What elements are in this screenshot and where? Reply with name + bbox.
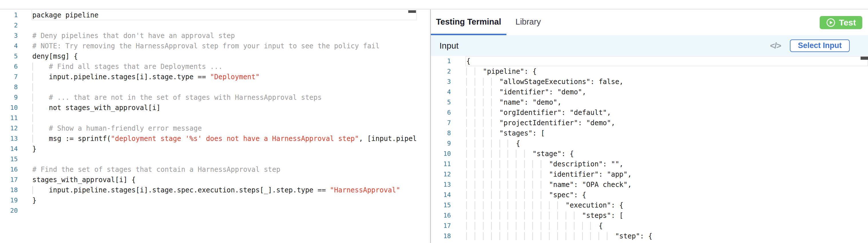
code-line[interactable]: 12 # Show a human-friendly error message <box>0 123 417 134</box>
line-number: 1 <box>431 56 451 66</box>
line-number: 14 <box>0 144 18 154</box>
token-code: "steps": [ <box>582 212 624 219</box>
code-line[interactable]: 6 "orgIdentifier": "default", <box>431 107 868 118</box>
token-string: "deployment stage '%s' does not have a H… <box>111 135 359 143</box>
line-number: 14 <box>431 190 451 200</box>
code-line[interactable]: 5 "name": "demo", <box>431 97 868 107</box>
code-line[interactable]: 5deny[msg] { <box>0 51 417 62</box>
token-code: input.pipeline.stages[i].stage.spec.exec… <box>49 186 330 194</box>
code-line[interactable]: 17stages_with_approval[i] { <box>0 175 417 185</box>
code-line[interactable]: 11 <box>0 113 417 123</box>
line-number: 11 <box>0 113 18 123</box>
code-text: "execution": { <box>451 200 868 210</box>
indent-guides <box>466 98 499 106</box>
code-text: "steps": [ <box>451 210 868 221</box>
indent-guides <box>466 201 566 209</box>
code-line[interactable]: 6 # Find all stages that are Deployments… <box>0 62 417 72</box>
overview-cursor-marker <box>861 57 868 60</box>
code-line[interactable]: 10 "stage": { <box>431 149 868 159</box>
code-text: "stage": { <box>451 149 868 159</box>
code-text: # Deny pipelines that don't have an appr… <box>18 31 417 41</box>
indent-guides <box>32 186 49 194</box>
token-comment: # Show a human-friendly error message <box>49 124 202 132</box>
code-line[interactable]: 9 # ... that are not in the set of stage… <box>0 92 417 103</box>
token-code: input.pipeline.stages[i].stage.type == <box>49 73 210 81</box>
input-json-editor[interactable]: 1{2 "pipeline": {3 "allowStageExecutions… <box>431 56 868 243</box>
line-number: 18 <box>0 185 18 195</box>
line-number: 11 <box>431 159 451 169</box>
line-number: 18 <box>431 231 451 241</box>
code-line[interactable]: 15 "execution": { <box>431 200 868 210</box>
line-number: 7 <box>0 72 18 82</box>
indent-guides <box>466 67 483 75</box>
code-line[interactable]: 12 "identifier": "app", <box>431 169 868 179</box>
indent-guides <box>466 232 615 240</box>
code-line[interactable]: 19} <box>0 195 417 206</box>
tab-testing-terminal[interactable]: Testing Terminal <box>431 10 506 35</box>
code-line[interactable]: 20 <box>0 206 417 216</box>
line-number: 13 <box>0 134 18 144</box>
tab-library[interactable]: Library <box>510 10 546 35</box>
code-line[interactable]: 1package pipeline <box>0 10 417 20</box>
code-line[interactable]: 1{ <box>431 56 868 66</box>
token-code: "projectIdentifier": "demo", <box>499 119 615 127</box>
line-number: 9 <box>0 92 18 103</box>
code-text: "description": "", <box>451 159 868 169</box>
token-code: "identifier": "demo", <box>499 88 586 96</box>
code-line[interactable]: 10 not stages_with_approval[i] <box>0 103 417 113</box>
code-text: package pipeline <box>18 10 417 20</box>
token-code: "step": { <box>615 232 652 240</box>
code-line[interactable]: 3 "allowStageExecutions": false, <box>431 77 868 87</box>
code-line[interactable]: 16 "steps": [ <box>431 210 868 221</box>
token-string: "Deployment" <box>210 73 259 81</box>
code-text: "pipeline": { <box>451 66 868 77</box>
token-code: msg := sprintf( <box>49 135 111 143</box>
testing-terminal-pane: Testing Terminal Library Test Input </> … <box>431 10 868 243</box>
code-text: # Show a human-friendly error message <box>18 123 417 134</box>
play-icon <box>826 18 836 28</box>
code-text: } <box>18 195 417 206</box>
code-line[interactable]: 13 "name": "OPA check", <box>431 179 868 190</box>
code-line[interactable]: 2 <box>0 20 417 31</box>
line-number: 4 <box>431 87 451 97</box>
code-line[interactable]: 8 "stages": [ <box>431 128 868 138</box>
code-line[interactable]: 17 { <box>431 221 868 231</box>
code-line[interactable]: 13 msg := sprintf("deployment stage '%s'… <box>0 134 417 144</box>
token-code: } <box>32 145 36 153</box>
test-button[interactable]: Test <box>820 16 862 29</box>
token-code: stages_with_approval[i] { <box>32 176 135 184</box>
code-line[interactable]: 8 <box>0 82 417 92</box>
rego-policy-editor[interactable]: 1package pipeline23# Deny pipelines that… <box>0 10 417 216</box>
line-number: 2 <box>0 20 18 31</box>
token-code: package pipeline <box>32 11 98 19</box>
code-line[interactable]: 7 input.pipeline.stages[i].stage.type ==… <box>0 72 417 82</box>
code-line[interactable]: 2 "pipeline": { <box>431 66 868 77</box>
indent-guides <box>466 129 499 137</box>
code-line[interactable]: 15 <box>0 154 417 164</box>
indent-guides <box>32 104 49 112</box>
code-line[interactable]: 14 "spec": { <box>431 190 868 200</box>
code-line[interactable]: 14} <box>0 144 417 154</box>
select-input-button[interactable]: Select Input <box>790 39 850 52</box>
line-number: 6 <box>431 107 451 118</box>
code-line[interactable]: 18 "step": { <box>431 231 868 241</box>
code-line[interactable]: 16# Find the set of stages that contain … <box>0 164 417 175</box>
code-line[interactable]: 3# Deny pipelines that don't have an app… <box>0 31 417 41</box>
code-icon[interactable]: </> <box>770 41 781 50</box>
code-line[interactable]: 9 { <box>431 138 868 149</box>
token-comment: # NOTE: Try removing the HarnessApproval… <box>32 42 380 50</box>
indent-guides <box>32 73 49 81</box>
code-text: # NOTE: Try removing the HarnessApproval… <box>18 41 417 51</box>
indent-guides <box>466 160 549 168</box>
token-code: { <box>598 222 602 230</box>
code-line[interactable]: 11 "description": "", <box>431 159 868 169</box>
code-line[interactable]: 18 input.pipeline.stages[i].stage.spec.e… <box>0 185 417 195</box>
code-line[interactable]: 4 "identifier": "demo", <box>431 87 868 97</box>
indent-guides <box>466 109 499 117</box>
code-line[interactable]: 4# NOTE: Try removing the HarnessApprova… <box>0 41 417 51</box>
token-code: "spec": { <box>549 191 586 199</box>
code-text: not stages_with_approval[i] <box>18 103 417 113</box>
indent-guides <box>466 88 499 96</box>
code-line[interactable]: 7 "projectIdentifier": "demo", <box>431 118 868 128</box>
indent-guides <box>466 119 499 127</box>
